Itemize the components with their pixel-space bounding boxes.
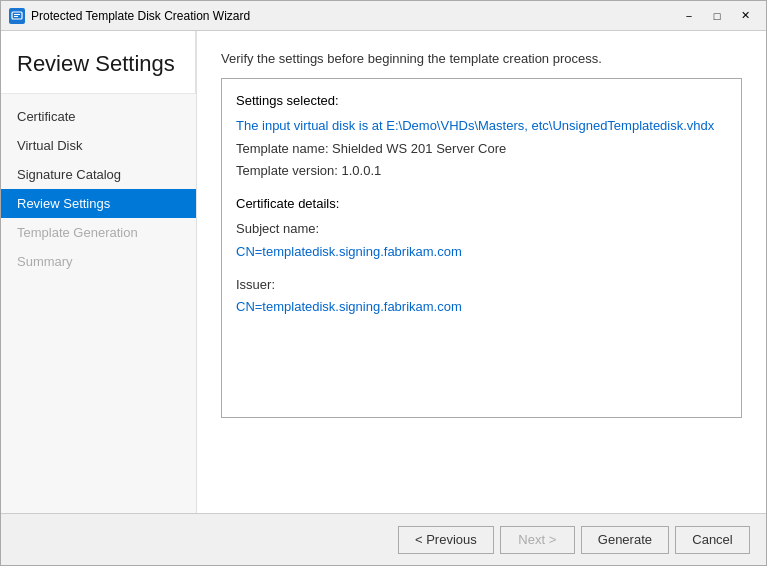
cert-heading: Certificate details: bbox=[236, 194, 727, 215]
generate-button[interactable]: Generate bbox=[581, 526, 669, 554]
close-button[interactable]: ✕ bbox=[732, 6, 758, 26]
sidebar-item-review-settings[interactable]: Review Settings bbox=[1, 189, 196, 218]
top-section: Review Settings Certificate Virtual Disk… bbox=[1, 31, 766, 513]
window-title: Protected Template Disk Creation Wizard bbox=[31, 9, 676, 23]
subject-label: Subject name: bbox=[236, 219, 727, 240]
sidebar-item-signature-catalog[interactable]: Signature Catalog bbox=[1, 160, 196, 189]
sidebar-item-virtual-disk[interactable]: Virtual Disk bbox=[1, 131, 196, 160]
minimize-button[interactable]: − bbox=[676, 6, 702, 26]
nav-list: Certificate Virtual Disk Signature Catal… bbox=[1, 94, 196, 276]
input-disk-line: The input virtual disk is at E:\Demo\VHD… bbox=[236, 116, 727, 137]
main-window: Protected Template Disk Creation Wizard … bbox=[0, 0, 767, 566]
main-body: Verify the settings before beginning the… bbox=[197, 31, 766, 513]
svg-rect-0 bbox=[12, 12, 22, 19]
issuer-label: Issuer: bbox=[236, 275, 727, 296]
verify-text: Verify the settings before beginning the… bbox=[221, 51, 742, 66]
titlebar: Protected Template Disk Creation Wizard … bbox=[1, 1, 766, 31]
footer: < Previous Next > Generate Cancel bbox=[1, 513, 766, 565]
settings-heading: Settings selected: bbox=[236, 91, 727, 112]
body-layout: Review Settings Certificate Virtual Disk… bbox=[1, 31, 766, 565]
window-controls: − □ ✕ bbox=[676, 6, 758, 26]
sidebar-item-certificate[interactable]: Certificate bbox=[1, 102, 196, 131]
template-version-line: Template version: 1.0.0.1 bbox=[236, 161, 727, 182]
maximize-button[interactable]: □ bbox=[704, 6, 730, 26]
svg-rect-1 bbox=[14, 14, 20, 15]
page-title: Review Settings bbox=[1, 31, 196, 94]
subject-value: CN=templatedisk.signing.fabrikam.com bbox=[236, 242, 727, 263]
main-content: Verify the settings before beginning the… bbox=[197, 31, 766, 513]
app-icon bbox=[9, 8, 25, 24]
sidebar-item-summary: Summary bbox=[1, 247, 196, 276]
template-name-line: Template name: Shielded WS 201 Server Co… bbox=[236, 139, 727, 160]
sidebar-item-template-generation: Template Generation bbox=[1, 218, 196, 247]
next-button[interactable]: Next > bbox=[500, 526, 575, 554]
cancel-button[interactable]: Cancel bbox=[675, 526, 750, 554]
previous-button[interactable]: < Previous bbox=[398, 526, 494, 554]
svg-rect-2 bbox=[14, 16, 18, 17]
left-panel: Review Settings Certificate Virtual Disk… bbox=[1, 31, 197, 513]
issuer-value: CN=templatedisk.signing.fabrikam.com bbox=[236, 297, 727, 318]
settings-box: Settings selected: The input virtual dis… bbox=[221, 78, 742, 418]
